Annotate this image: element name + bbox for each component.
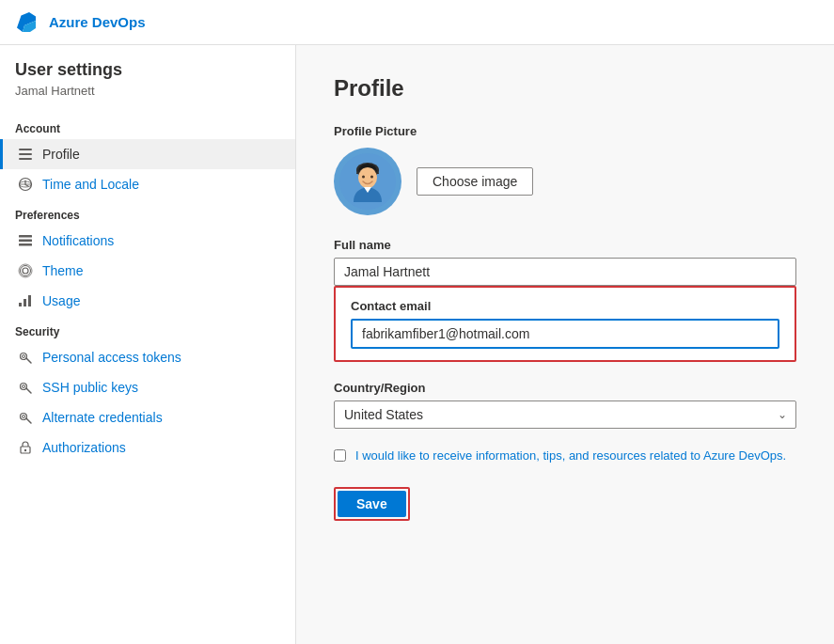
sidebar-section-security: Security xyxy=(0,316,295,342)
sidebar-item-authorizations[interactable]: Authorizations xyxy=(0,432,295,463)
sidebar-section-account: Account xyxy=(0,113,295,139)
svg-rect-15 xyxy=(28,295,31,306)
sidebar-item-usage-label: Usage xyxy=(42,293,80,308)
svg-point-10 xyxy=(23,268,28,274)
contact-email-input[interactable] xyxy=(351,319,779,349)
sidebar-item-personal-access-tokens[interactable]: Personal access tokens xyxy=(0,342,295,372)
svg-point-28 xyxy=(370,176,373,179)
sidebar-item-time-locale-label: Time and Locale xyxy=(42,177,139,192)
sidebar-item-usage[interactable]: Usage xyxy=(0,286,295,316)
topbar: Azure DevOps xyxy=(0,0,834,45)
full-name-section: Full name xyxy=(334,238,796,286)
contact-email-label: Contact email xyxy=(351,299,779,313)
newsletter-checkbox[interactable] xyxy=(334,449,346,462)
page-title: Profile xyxy=(334,75,796,102)
profile-icon xyxy=(18,147,33,162)
main-layout: User settings Jamal Hartnett Account Pro… xyxy=(0,45,834,644)
newsletter-checkbox-row: I would like to receive information, tip… xyxy=(334,448,796,464)
svg-point-17 xyxy=(23,355,25,358)
country-region-section: Country/Region United States Canada Unit… xyxy=(334,381,796,429)
profile-picture-section: Choose image xyxy=(334,148,796,215)
svg-rect-13 xyxy=(19,303,22,306)
ssh-icon xyxy=(18,380,33,395)
theme-icon xyxy=(18,263,33,278)
sidebar-username: Jamal Hartnett xyxy=(0,84,295,113)
svg-point-19 xyxy=(23,385,25,388)
country-region-label: Country/Region xyxy=(334,381,796,395)
svg-point-21 xyxy=(23,416,25,418)
usage-icon xyxy=(18,293,33,308)
sidebar-item-ssh-label: SSH public keys xyxy=(42,380,138,395)
sidebar-item-time-locale[interactable]: Time and Locale xyxy=(0,169,295,199)
sidebar-item-theme-label: Theme xyxy=(42,263,84,278)
country-select-wrapper: United States Canada United Kingdom Aust… xyxy=(334,401,796,429)
time-locale-icon xyxy=(18,177,33,192)
notifications-icon xyxy=(18,233,33,248)
svg-point-26 xyxy=(358,167,377,188)
full-name-label: Full name xyxy=(334,238,796,252)
avatar xyxy=(334,148,401,215)
sidebar-item-profile-label: Profile xyxy=(42,147,80,162)
country-select[interactable]: United States Canada United Kingdom Aust… xyxy=(334,401,796,429)
sidebar-item-alternate-credentials[interactable]: Alternate credentials xyxy=(0,402,295,432)
svg-rect-1 xyxy=(19,153,32,155)
save-button[interactable]: Save xyxy=(338,491,406,517)
sidebar-item-profile[interactable]: Profile xyxy=(0,139,295,169)
full-name-input[interactable] xyxy=(334,258,796,286)
sidebar-item-authorizations-label: Authorizations xyxy=(42,440,126,455)
authorizations-icon xyxy=(18,440,33,455)
sidebar-item-ssh-public-keys[interactable]: SSH public keys xyxy=(0,372,295,402)
svg-rect-9 xyxy=(19,243,32,246)
personal-access-tokens-icon xyxy=(18,350,33,365)
svg-rect-2 xyxy=(19,158,32,160)
svg-rect-14 xyxy=(24,299,26,306)
svg-point-27 xyxy=(362,176,365,179)
save-button-wrapper: Save xyxy=(334,487,410,521)
sidebar-item-pat-label: Personal access tokens xyxy=(42,350,181,365)
svg-rect-7 xyxy=(19,235,32,238)
newsletter-label[interactable]: I would like to receive information, tip… xyxy=(355,448,786,464)
sidebar-item-notifications[interactable]: Notifications xyxy=(0,226,295,256)
profile-picture-label: Profile Picture xyxy=(334,124,796,138)
avatar-image xyxy=(339,153,396,210)
contact-email-group: Contact email xyxy=(351,299,779,349)
sidebar-item-alt-creds-label: Alternate credentials xyxy=(42,410,163,425)
sidebar-item-theme[interactable]: Theme xyxy=(0,256,295,286)
svg-point-11 xyxy=(21,266,31,276)
sidebar: User settings Jamal Hartnett Account Pro… xyxy=(0,45,296,644)
svg-point-23 xyxy=(24,449,26,451)
sidebar-item-notifications-label: Notifications xyxy=(42,233,114,248)
sidebar-title: User settings xyxy=(0,60,295,84)
svg-point-12 xyxy=(19,264,32,277)
choose-image-button[interactable]: Choose image xyxy=(417,167,533,196)
svg-rect-3 xyxy=(22,149,24,150)
app-logo[interactable]: Azure DevOps xyxy=(15,9,146,36)
svg-rect-0 xyxy=(19,149,32,150)
azure-devops-logo-icon xyxy=(15,9,41,36)
alternate-credentials-icon xyxy=(18,410,33,425)
app-logo-text: Azure DevOps xyxy=(49,14,146,30)
svg-rect-8 xyxy=(19,240,32,243)
sidebar-section-preferences: Preferences xyxy=(0,199,295,226)
contact-email-section: Contact email xyxy=(334,286,796,362)
main-content: Profile Profile Picture xyxy=(296,45,834,644)
